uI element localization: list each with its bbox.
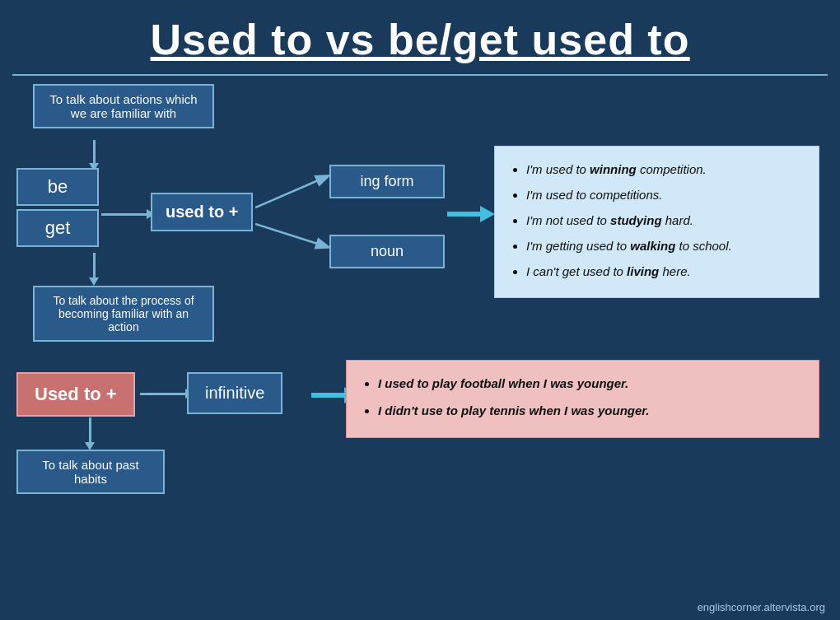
footer: englishcorner.altervista.org bbox=[698, 601, 825, 613]
arrow-thick-top bbox=[447, 206, 495, 222]
examples-box-bottom: I used to play football when I was young… bbox=[346, 360, 819, 438]
example-3: I'm not used to studying hard. bbox=[526, 209, 804, 231]
example-bottom-1: I used to play football when I was young… bbox=[378, 372, 804, 396]
examples-box-top: I'm used to winning competition. I'm use… bbox=[494, 146, 819, 298]
arrow-down-get bbox=[89, 253, 99, 286]
examples-list-bottom: I used to play football when I was young… bbox=[362, 372, 804, 422]
arrow-right-be-get bbox=[101, 209, 155, 219]
be-box: be bbox=[16, 168, 99, 206]
title-text2: be/get used to bbox=[388, 16, 689, 63]
page-title: Used to vs be/get used to bbox=[0, 0, 840, 74]
svg-line-0 bbox=[255, 176, 328, 207]
used-to-top-box: used to + bbox=[151, 193, 253, 231]
svg-line-1 bbox=[255, 224, 328, 247]
example-2: I'm used to competitions. bbox=[526, 184, 804, 206]
example-5: I can't get used to living here. bbox=[526, 260, 804, 282]
noun-box: noun bbox=[329, 235, 445, 268]
arrow-right-bottom bbox=[140, 389, 194, 399]
title-text1: Used to vs bbox=[151, 16, 388, 63]
familiar-box: To talk about actions which we are famil… bbox=[33, 84, 214, 128]
arrow-down-familiar bbox=[89, 140, 99, 171]
example-bottom-2: I didn't use to play tennis when I was y… bbox=[378, 399, 804, 423]
used-to-bottom-box: Used to + bbox=[16, 372, 135, 417]
examples-list-top: I'm used to winning competition. I'm use… bbox=[510, 158, 804, 282]
arrow-down-past bbox=[85, 417, 95, 450]
example-4: I'm getting used to walking to school. bbox=[526, 235, 804, 257]
arrow-to-noun bbox=[255, 206, 338, 272]
process-box: To talk about the process of becoming fa… bbox=[33, 286, 214, 342]
past-habits-box: To talk about past habits bbox=[16, 450, 165, 494]
infinitive-box: infinitive bbox=[187, 372, 282, 414]
example-1: I'm used to winning competition. bbox=[526, 158, 804, 180]
ing-form-box: ing form bbox=[329, 165, 445, 198]
title-divider bbox=[12, 74, 828, 76]
get-box: get bbox=[16, 209, 99, 247]
